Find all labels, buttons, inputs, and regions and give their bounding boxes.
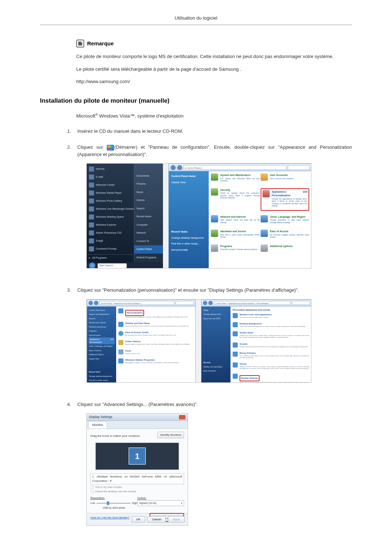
sidebar-link[interactable]: Ease of Access (203, 369, 229, 373)
cp-category[interactable]: Hardware and SoundPlay CDs or other medi… (211, 230, 260, 240)
app-icon (89, 190, 94, 196)
sidebar-link[interactable]: and personally (171, 247, 207, 253)
colors-select[interactable]: Highest (32 bit) ▾ (137, 500, 184, 506)
forward-icon[interactable] (208, 301, 213, 305)
monitor-preview[interactable]: 1 (95, 443, 179, 470)
forward-icon[interactable] (177, 165, 182, 170)
sidebar-heading: Recent Tasks (89, 370, 115, 374)
list-item[interactable]: Taskbar and Start MenuCustomize the Star… (118, 322, 193, 329)
search-input[interactable]: Start Search (98, 263, 127, 268)
sidebar-link[interactable]: Network and Internet (89, 321, 115, 325)
sidebar-link[interactable]: Adjust font size (DPI) (203, 317, 229, 321)
chk-label: Extend the desktop onto this monitor (95, 490, 136, 494)
cp-category[interactable]: SecurityCheck for updates Check this com… (211, 188, 260, 211)
cancel-button[interactable]: Cancel (147, 516, 166, 522)
list-item[interactable]: Music (134, 188, 163, 197)
list-item[interactable]: FontsInstall or remove a font (118, 349, 193, 356)
apply-button: Apply (168, 516, 185, 522)
tab-monitor[interactable]: Monitor (88, 421, 107, 429)
back-icon[interactable] (89, 301, 93, 305)
section-icon (118, 358, 123, 364)
list-item[interactable] (134, 164, 163, 172)
sidebar-link[interactable]: Additional Options (89, 353, 115, 357)
list-item[interactable]: ThemeChange the theme. Themes can change… (233, 362, 309, 371)
list-item[interactable]: Pictures (134, 180, 163, 188)
section-desc: Install or remove a font (125, 353, 140, 354)
sidebar-item-appearance[interactable]: Appearance and Personalization (89, 337, 115, 344)
section-title: Fonts (125, 349, 140, 353)
list-item[interactable]: SoundsChange which sounds are heard when… (233, 342, 309, 349)
colors-value: Highest (32 bit) (139, 501, 156, 505)
list-item[interactable]: Window Color and AppearanceFine tune the… (233, 313, 309, 320)
section-display-settings[interactable]: Display SettingsAdjust your monitor reso… (233, 374, 309, 383)
list-item[interactable]: Default Programs (134, 254, 163, 262)
monitor-selector[interactable]: 1. (Multiple Monitors) on NVIDIA GeForce… (90, 473, 184, 484)
list-item[interactable]: Search (134, 205, 163, 213)
list-item[interactable]: Windows Sidebar PropertiesAdd gadgets to… (118, 358, 193, 365)
sidebar-link[interactable]: Ease of Access (89, 349, 115, 353)
sidebar-link[interactable]: Classic View (171, 180, 207, 186)
list-item[interactable]: Mouse PointersPick a different mouse poi… (233, 352, 309, 360)
sidebar-link[interactable]: Control Panel Home (171, 173, 207, 180)
identify-monitors-button[interactable]: Identify Monitors (158, 432, 184, 438)
resolution-slider[interactable]: Low High (90, 501, 137, 505)
list-item[interactable]: Network (134, 229, 163, 237)
cp-category[interactable]: Additional Options (261, 245, 310, 253)
close-icon[interactable] (179, 415, 185, 419)
back-icon[interactable] (171, 165, 176, 170)
sidebar-link[interactable]: Change desktop background (89, 374, 115, 379)
sidebar-link[interactable]: Pick link or other resolu... (171, 241, 207, 247)
cp-category[interactable]: Network and InternetView network status … (211, 215, 260, 226)
step-4-text: Cliquez sur "Advanced Settings... (Param… (77, 401, 352, 408)
sidebar-link[interactable]: Control Panel Home (89, 308, 115, 313)
ok-button[interactable]: OK (132, 516, 146, 522)
remark-url[interactable]: http://www.samsung.com/ (76, 78, 352, 85)
address-bar[interactable]: Control Panel > Appearance and Personali… (99, 301, 175, 305)
sidebar-link[interactable]: Hardware and Sound (89, 325, 115, 329)
sidebar-item-control-panel[interactable]: Control Panel (134, 245, 163, 254)
sidebar-link[interactable]: Change desktop background (171, 235, 207, 241)
list-item[interactable]: Desktop BackgroundChoose from available … (233, 322, 309, 329)
category-title: Network and Internet (220, 215, 260, 219)
list-item[interactable]: Connect To (134, 237, 163, 246)
app-icon (89, 182, 94, 188)
cp-category[interactable]: Clock, Language, and RegionChange keyboa… (261, 215, 310, 226)
list-item[interactable]: Games (134, 196, 163, 205)
list-item[interactable]: Screen SaverChange your screen saver or … (233, 331, 309, 340)
list-label: Internet (96, 167, 105, 171)
step-3: 3. Cliquez sur "Personalization (personn… (67, 287, 352, 392)
cp-category[interactable]: System and MaintenanceGet started with W… (211, 173, 260, 184)
help-link[interactable]: How do I get the best display? (90, 516, 129, 520)
sidebar-link[interactable]: Clock, Language, and Region (89, 344, 115, 349)
list-item[interactable]: Documents (134, 172, 163, 180)
search-input[interactable] (292, 301, 310, 305)
slider-thumb[interactable] (107, 501, 109, 505)
address-bar[interactable]: ▸ Control Panel ▸ (184, 165, 286, 170)
sidebar-link[interactable]: User Accounts (89, 333, 115, 338)
cp-category-appearance[interactable]: Appearance and PersonalizationChange the… (261, 188, 310, 211)
sidebar-link[interactable]: System and Maintenance (89, 312, 115, 317)
sidebar-link[interactable]: Programs (89, 329, 115, 333)
cp-category[interactable]: Ease of AccessLet Windows suggest settin… (261, 230, 310, 240)
forward-icon[interactable] (94, 301, 98, 305)
sidebar-link[interactable]: Taskbar and Start Menu (203, 365, 229, 369)
list-item[interactable]: Ease of Access CenterAccommodate low vis… (118, 331, 193, 338)
list-item[interactable]: Computer (134, 221, 163, 229)
search-input[interactable] (176, 301, 194, 305)
sidebar-link[interactable]: Pick link or other resolu... (89, 378, 115, 383)
sidebar-link[interactable]: Security (89, 317, 115, 321)
sidebar-link[interactable]: Classic View (89, 357, 115, 361)
address-bar[interactable]: Control Panel > Appearance and Personali… (214, 301, 291, 305)
content-area: PersonalizationChange desktop background… (116, 307, 195, 383)
start-button-icon[interactable] (89, 262, 95, 268)
search-input[interactable] (288, 165, 310, 170)
section-personalization[interactable]: PersonalizationChange desktop background… (118, 308, 193, 320)
cp-category[interactable]: User AccountsAdd or remove user accounts (261, 173, 310, 184)
monitor-1-icon[interactable]: 1 (128, 447, 146, 465)
list-item[interactable]: Recent Items (134, 213, 163, 221)
sidebar-link[interactable]: Change desktop icons (203, 312, 229, 317)
list-item[interactable]: Folder OptionsSpecify single- or double-… (118, 340, 193, 347)
slider-track[interactable] (97, 503, 131, 504)
back-icon[interactable] (203, 301, 207, 305)
cp-category[interactable]: ProgramsUninstall a program Change start… (211, 245, 260, 253)
